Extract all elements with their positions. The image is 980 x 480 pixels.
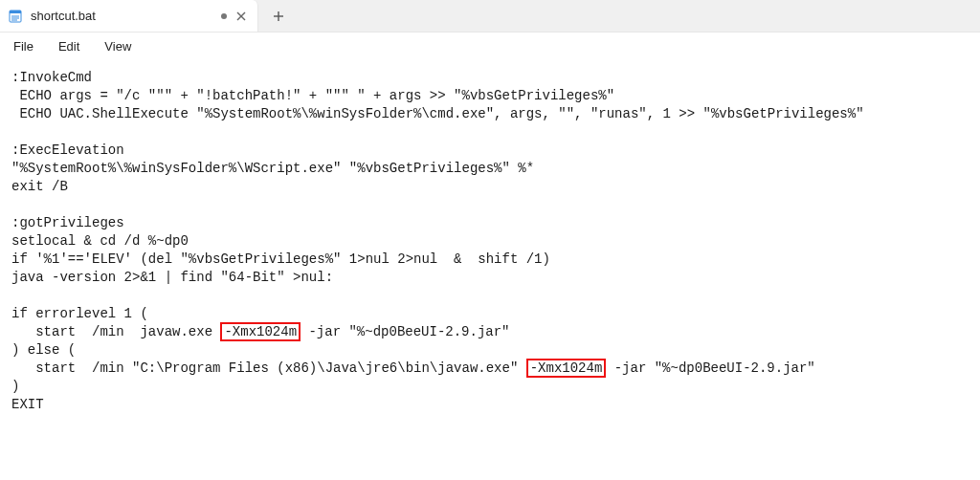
tabstrip-actions [258, 0, 293, 32]
close-tab-icon[interactable] [234, 10, 248, 23]
menu-edit[interactable]: Edit [58, 39, 79, 54]
highlight-xmx-1: -Xmx1024m [220, 322, 301, 341]
tab-active[interactable]: shortcut.bat [0, 0, 258, 32]
menu-bar: File Edit View [0, 33, 980, 59]
new-tab-button[interactable] [264, 2, 293, 31]
editor-area[interactable]: :InvokeCmd ECHO args = "/c """ + "!batch… [0, 59, 980, 480]
notepad-icon [8, 9, 23, 24]
editor-content[interactable]: :InvokeCmd ECHO args = "/c """ + "!batch… [11, 69, 970, 414]
dirty-indicator-icon [221, 13, 227, 19]
menu-view[interactable]: View [104, 39, 131, 54]
title-bar: shortcut.bat [0, 0, 980, 33]
menu-file[interactable]: File [13, 39, 33, 54]
tab-title: shortcut.bat [31, 9, 213, 23]
svg-rect-1 [10, 11, 21, 13]
highlight-xmx-2: -Xmx1024m [526, 359, 607, 378]
